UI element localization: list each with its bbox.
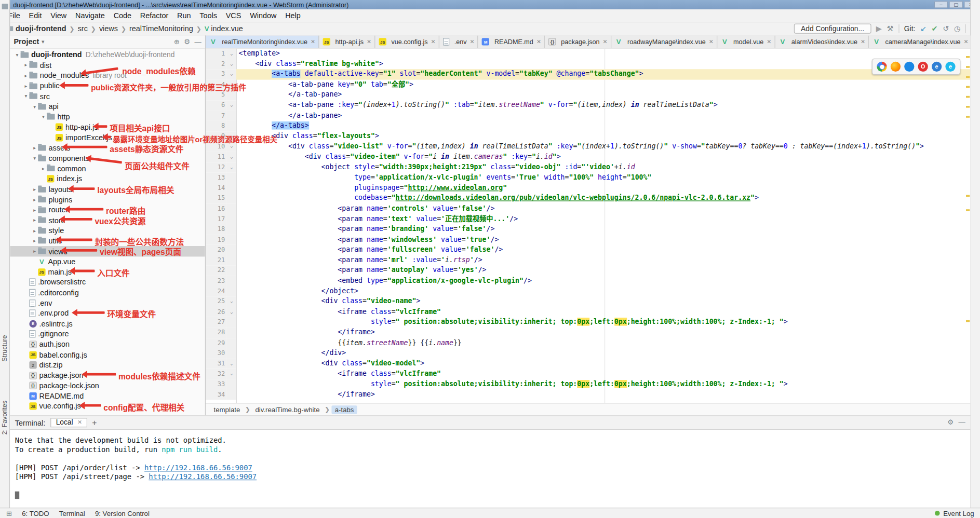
safari-browser-icon[interactable] xyxy=(904,62,914,72)
run-icon[interactable]: ▶ xyxy=(876,24,882,33)
chevron-expanded-icon[interactable]: ▾ xyxy=(22,93,29,99)
tree-item-src[interactable]: ▾src xyxy=(10,91,205,102)
editor-tab[interactable]: MREADME.md✕ xyxy=(478,35,545,48)
editor-breadcrumb-item[interactable]: a-tabs xyxy=(332,405,357,414)
breadcrumb-item[interactable]: views xyxy=(98,24,119,33)
menu-navigate[interactable]: Navigate xyxy=(71,10,110,21)
tree-item-store[interactable]: ▸store xyxy=(10,215,205,226)
code-text[interactable]: pluginspage="http://www.videolan.org" xyxy=(236,183,971,193)
code-text[interactable]: <div class="video-list" v-for="(item,ind… xyxy=(236,142,971,152)
chevron-expanded-icon[interactable]: ▾ xyxy=(31,156,38,161)
tree-item-babel.config.js[interactable]: JSbabel.config.js xyxy=(10,349,205,360)
fold-marker[interactable]: ⌄ xyxy=(227,297,236,307)
editor[interactable]: 1⌄<template>2⌄ <div class="realTime bg-w… xyxy=(206,49,970,403)
code-text[interactable]: <iframe class="vlcIframe" xyxy=(236,307,971,317)
opera-browser-icon[interactable]: O xyxy=(918,62,928,72)
event-log-button[interactable]: Event Log xyxy=(943,510,974,517)
code-text[interactable]: <a-tab-pane :key="(index+1).toString()" … xyxy=(236,100,971,111)
close-icon[interactable]: ✕ xyxy=(860,38,865,45)
tree-item-style[interactable]: ▸style xyxy=(10,226,205,236)
code-text[interactable]: </a-tab-pane> xyxy=(236,90,971,100)
add-configuration-button[interactable]: Add Configuration... xyxy=(794,24,871,34)
tree-item-router[interactable]: ▸router xyxy=(10,205,205,215)
build-hammer-icon[interactable]: ⚒ xyxy=(887,24,894,33)
fold-marker[interactable]: ⌄ xyxy=(227,100,236,111)
editor-tab[interactable]: {}package.json✕ xyxy=(545,35,611,48)
breadcrumb-item[interactable]: Vindex.vue xyxy=(203,24,244,33)
stripe-mark[interactable] xyxy=(966,96,970,98)
chrome-browser-icon[interactable] xyxy=(877,62,887,72)
code-text[interactable]: <embed type="application/x-google-vlc-pl… xyxy=(236,276,971,287)
chevron-collapsed-icon[interactable]: ▸ xyxy=(22,83,29,89)
code-text[interactable]: <a-tab-pane key="0" tab="全部"> xyxy=(236,79,971,90)
code-text[interactable]: codebase="http://downloads.videolan.org/… xyxy=(236,193,971,203)
tree-item-README.md[interactable]: MREADME.md xyxy=(10,391,205,401)
tree-item-dist.zip[interactable]: Zdist.zip xyxy=(10,360,205,370)
code-text[interactable]: {{item.streetName}} {{i.name}} xyxy=(236,338,971,348)
terminal-tab-local[interactable]: Local ✕ xyxy=(50,418,87,427)
gear-icon[interactable]: ⚙ xyxy=(184,38,190,46)
locate-file-icon[interactable]: ⊕ xyxy=(174,38,180,46)
code-text[interactable]: style=" position:absolute;visibility:inh… xyxy=(236,317,971,328)
code-text[interactable]: </a-tab-pane> xyxy=(236,111,971,121)
code-text[interactable]: <param name='autoplay' value='yes'/> xyxy=(236,266,971,276)
stripe-mark[interactable] xyxy=(966,86,970,88)
chevron-collapsed-icon[interactable]: ▸ xyxy=(31,238,38,244)
chevron-collapsed-icon[interactable]: ▸ xyxy=(22,73,29,78)
code-text[interactable]: <param name='fullscreen' value='false'/> xyxy=(236,245,971,255)
terminal-output[interactable]: Note that the development build is not o… xyxy=(10,430,970,500)
close-icon[interactable]: ✕ xyxy=(77,419,82,426)
code-text[interactable]: <a-tabs default-active-key="1" slot="hea… xyxy=(236,69,971,79)
chevron-collapsed-icon[interactable]: ▸ xyxy=(31,228,38,234)
close-icon[interactable]: ✕ xyxy=(536,38,541,45)
tree-item-.gitignore[interactable]: .gitignore xyxy=(10,329,205,339)
tree-item-package.json[interactable]: {}package.json xyxy=(10,370,205,380)
menu-vcs[interactable]: VCS xyxy=(221,10,245,21)
close-icon[interactable]: ✕ xyxy=(366,38,371,45)
tree-item-utils[interactable]: ▸utils xyxy=(10,236,205,246)
stripe-mark[interactable] xyxy=(966,66,970,68)
stripe-mark[interactable] xyxy=(966,76,970,78)
tree-item-layouts[interactable]: ▸layouts xyxy=(10,184,205,195)
close-icon[interactable]: ✕ xyxy=(766,38,771,45)
code-text[interactable]: <div class="realTime bg-white"> xyxy=(236,59,971,70)
fold-marker[interactable]: ⌄ xyxy=(227,59,236,70)
breadcrumb-item[interactable]: src xyxy=(76,24,89,33)
editor-tab[interactable]: VroadwayManage\index.vue✕ xyxy=(611,35,717,48)
status-item-versioncontrol[interactable]: 9: Version Control xyxy=(95,510,150,517)
code-text[interactable]: <param name='mrl' :value='i.rtsp'/> xyxy=(236,255,971,266)
menu-tools[interactable]: Tools xyxy=(195,10,221,21)
editor-tab[interactable]: ValarmVideos\index.vue✕ xyxy=(775,35,869,48)
chevron-collapsed-icon[interactable]: ▸ xyxy=(22,62,29,68)
tree-item-.editorconfig[interactable]: .editorconfig xyxy=(10,288,205,298)
code-text[interactable]: <object style="width:390px;height:219px"… xyxy=(236,162,971,173)
chevron-expanded-icon[interactable]: ▾ xyxy=(14,52,20,58)
close-icon[interactable]: ✕ xyxy=(602,38,607,45)
tree-item-package-lock.json[interactable]: {}package-lock.json xyxy=(10,380,205,391)
menu-window[interactable]: Window xyxy=(246,10,281,21)
tree-item-main.js[interactable]: JSmain.js xyxy=(10,267,205,277)
tree-item-api[interactable]: ▾api xyxy=(10,102,205,112)
edge-browser-icon[interactable]: e xyxy=(932,62,942,72)
tree-item-plugins[interactable]: ▸plugins xyxy=(10,195,205,205)
menu-code[interactable]: Code xyxy=(109,10,136,21)
editor-tab[interactable]: Vmodel.vue✕ xyxy=(717,35,775,48)
code-text[interactable]: <iframe class="vlcIframe" xyxy=(236,369,971,379)
fold-marker[interactable]: ⌄ xyxy=(227,152,236,162)
tree-item-views[interactable]: ▸views xyxy=(10,246,205,256)
project-panel-title[interactable]: Project xyxy=(14,37,39,46)
tree-item-.eslintrc.js[interactable]: E.eslintrc.js xyxy=(10,319,205,329)
status-item-terminal[interactable]: Terminal xyxy=(59,510,85,517)
code-text[interactable]: <div class="video-model"> xyxy=(236,359,971,369)
git-commit-icon[interactable]: ✔ xyxy=(932,24,938,33)
tree-item-duoji-frontend[interactable]: ▾duoji-frontendD:\zheheWeb\duoji-fronten… xyxy=(10,50,205,60)
git-revert-icon[interactable]: ↺ xyxy=(943,24,949,33)
tree-item-importExcel.js[interactable]: JSimportExcel.js xyxy=(10,132,205,143)
chevron-expanded-icon[interactable]: ▾ xyxy=(31,104,38,110)
menu-run[interactable]: Run xyxy=(173,10,195,21)
close-icon[interactable]: ✕ xyxy=(708,38,713,45)
tree-item-common[interactable]: ▸common xyxy=(10,163,205,174)
editor-tab[interactable]: JSvue.config.js✕ xyxy=(375,35,439,48)
chevron-expanded-icon[interactable]: ▾ xyxy=(40,114,47,120)
tree-item-.env[interactable]: .env xyxy=(10,298,205,308)
